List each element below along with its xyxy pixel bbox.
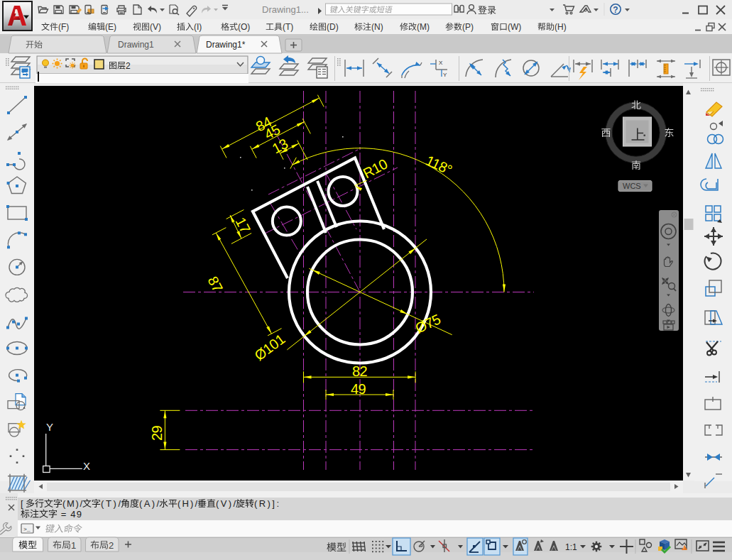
svg-text:[: [ (21, 498, 23, 509)
svg-text:(H)/: (H)/ (177, 498, 197, 509)
svg-text:Drawing1...: Drawing1... (262, 4, 309, 15)
svg-text:2: 2 (109, 540, 114, 551)
svg-text:WCS: WCS (623, 182, 641, 190)
svg-text:>_: >_ (23, 526, 31, 532)
svg-text:X: X (439, 60, 443, 66)
svg-text:(O): (O) (238, 22, 250, 32)
svg-text:49: 49 (351, 381, 366, 397)
svg-text:(P): (P) (462, 22, 474, 32)
svg-text:2: 2 (126, 61, 131, 71)
svg-text:(I): (I) (194, 22, 202, 32)
svg-text:(M)/: (M)/ (62, 498, 82, 509)
svg-text:(V)/: (V)/ (216, 498, 236, 509)
svg-text:= 49: = 49 (58, 509, 82, 520)
svg-text:Drawing1*: Drawing1* (206, 40, 246, 50)
svg-text:(N): (N) (371, 22, 383, 32)
svg-text:Y: Y (46, 421, 53, 433)
svg-text:(H): (H) (555, 22, 567, 32)
svg-text:(F): (F) (58, 22, 69, 32)
svg-text:29: 29 (149, 425, 165, 441)
svg-text:(D): (D) (327, 22, 339, 32)
svg-text:(V): (V) (150, 22, 161, 32)
svg-text:(A)/: (A)/ (139, 498, 159, 509)
svg-text:(T): (T) (283, 22, 293, 32)
svg-text:?: ? (613, 5, 618, 15)
svg-text:(M): (M) (417, 22, 430, 32)
svg-text:(W): (W) (508, 22, 521, 32)
svg-text:Y: Y (443, 72, 447, 78)
svg-text:X: X (83, 460, 90, 472)
svg-text:1: 1 (71, 540, 76, 551)
svg-text:(T)/: (T)/ (101, 498, 121, 509)
svg-text:Drawing1: Drawing1 (118, 40, 154, 50)
svg-text:82: 82 (352, 363, 368, 379)
svg-text:1:1: 1:1 (565, 542, 577, 552)
svg-text:(E): (E) (105, 22, 116, 32)
